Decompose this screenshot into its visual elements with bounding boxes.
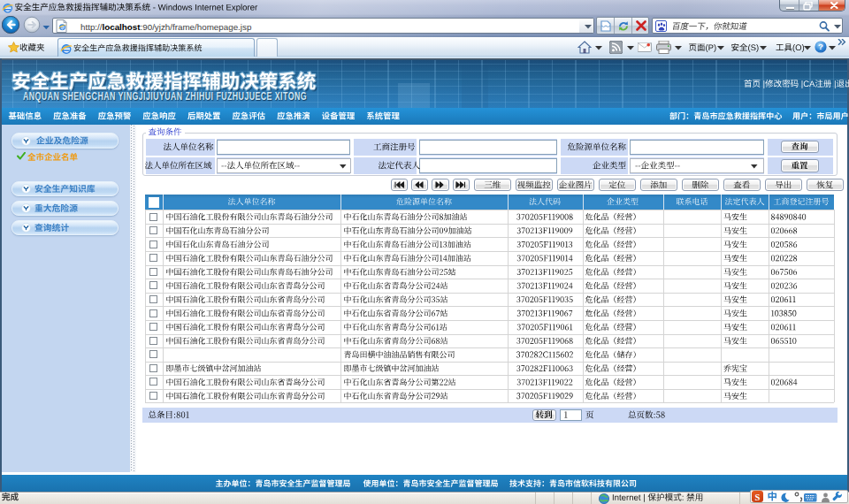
svg-text:S: S [755,493,761,502]
svg-text:?: ? [818,42,823,51]
